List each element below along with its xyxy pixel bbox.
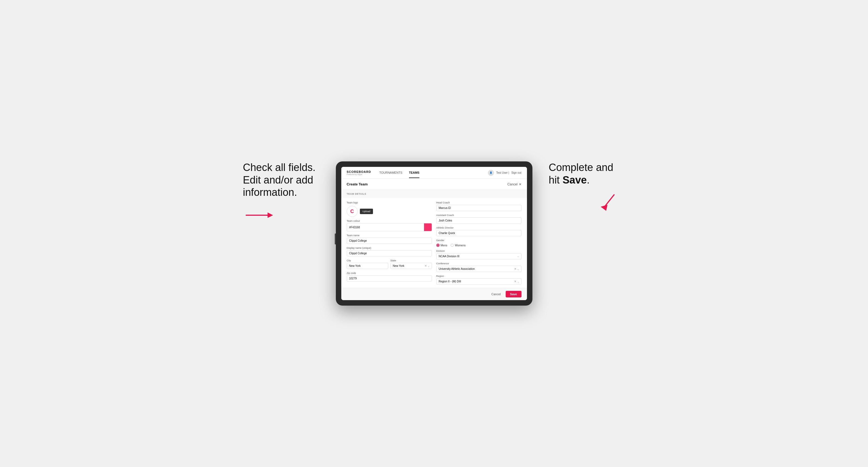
instruction-text-end: . [587, 174, 590, 186]
svg-marker-3 [601, 205, 608, 211]
team-colour-group: Team colour [347, 220, 432, 231]
team-colour-label: Team colour [347, 220, 432, 222]
nav-logo-sub: Powered by clippd [347, 174, 371, 175]
tablet-side-button [335, 234, 336, 244]
form-left-column: Team logo C Upload Team colour [347, 201, 432, 285]
radio-mens-icon [436, 244, 440, 247]
navbar: SCOREBOARD Powered by clippd TOURNAMENTS… [341, 167, 527, 179]
head-coach-input[interactable] [436, 205, 522, 211]
division-label: Division [436, 250, 522, 252]
avatar: 👤 [488, 170, 494, 176]
state-clear-icon[interactable]: ✕ [425, 264, 427, 268]
head-coach-label: Head Coach [436, 201, 522, 204]
nav-link-tournaments[interactable]: TOURNAMENTS [379, 168, 402, 178]
assistant-coach-group: Assistant Coach [436, 214, 522, 224]
instruction-text-bold: Save [562, 174, 587, 186]
user-label: Test User | [496, 171, 509, 174]
tablet-screen: SCOREBOARD Powered by clippd TOURNAMENTS… [341, 167, 527, 300]
nav-right: 👤 Test User | Sign out [488, 170, 521, 176]
state-arrow-icon: ⌄ [428, 265, 430, 268]
division-value: NCAA Division III [439, 255, 460, 258]
color-input-wrapper [347, 223, 432, 231]
instruction-text-left: Check all fields. Edit and/or add inform… [243, 161, 319, 199]
city-state-row: City State New York ✕ ⌄ [347, 259, 432, 269]
section-header: TEAM DETAILS [341, 190, 527, 198]
division-group: Division NCAA Division III ⌄ [436, 250, 522, 259]
zip-input[interactable] [347, 275, 432, 282]
assistant-coach-label: Assistant Coach [436, 214, 522, 217]
logo-circle: C [347, 206, 358, 217]
instruction-text-right: Complete and hit Save. [549, 161, 625, 186]
division-arrow-icon: ⌄ [517, 255, 519, 257]
gender-womens[interactable]: Womens [451, 244, 466, 247]
gender-group: Gender Mens Womens [436, 239, 522, 247]
instruction-left: Check all fields. Edit and/or add inform… [243, 161, 319, 223]
logo-letter: C [350, 209, 354, 214]
instruction-right: Complete and hit Save. [549, 161, 625, 214]
athletic-director-group: Athletic Director [436, 226, 522, 236]
state-select[interactable]: New York ✕ ⌄ [391, 263, 432, 269]
gender-mens[interactable]: Mens [436, 244, 447, 247]
team-name-label: Team name [347, 234, 432, 237]
display-name-group: Display name (unique) [347, 247, 432, 256]
color-swatch[interactable] [424, 223, 432, 231]
nav-logo-title: SCOREBOARD [347, 170, 371, 174]
city-group: City [347, 259, 388, 269]
athletic-director-input[interactable] [436, 230, 522, 236]
team-name-input[interactable] [347, 238, 432, 244]
team-logo-group: Team logo C Upload [347, 201, 432, 217]
form-cancel-button[interactable]: Cancel ✕ [507, 182, 521, 186]
save-button[interactable]: Save [506, 291, 522, 298]
form-footer: Cancel Save [341, 288, 527, 300]
region-value: Region II - (M) DIII [439, 280, 461, 283]
form-right-column: Head Coach Assistant Coach Athletic Dire… [436, 201, 522, 285]
nav-logo: SCOREBOARD Powered by clippd [347, 170, 371, 175]
team-logo-label: Team logo [347, 201, 432, 204]
conference-select[interactable]: University Athletic Association ✕ ⌄ [436, 266, 522, 272]
close-icon: ✕ [519, 182, 522, 186]
display-name-input[interactable] [347, 250, 432, 256]
conference-clear-icon[interactable]: ✕ [514, 268, 516, 270]
form-body: Team logo C Upload Team colour [341, 198, 527, 288]
gender-label: Gender [436, 239, 522, 242]
color-text-input[interactable] [347, 224, 424, 230]
region-clear-icon[interactable]: ✕ [514, 280, 516, 283]
state-group: State New York ✕ ⌄ [391, 259, 432, 269]
gender-womens-label: Womens [455, 244, 466, 247]
gender-mens-label: Mens [441, 244, 447, 247]
head-coach-group: Head Coach [436, 201, 522, 211]
conference-value: University Athletic Association [439, 268, 475, 270]
conference-label: Conference [436, 262, 522, 265]
sign-out-link[interactable]: Sign out [512, 171, 522, 174]
city-state-group: City State New York ✕ ⌄ [347, 259, 432, 269]
region-select[interactable]: Region II - (M) DIII ✕ ⌄ [436, 278, 522, 285]
division-select[interactable]: NCAA Division III ⌄ [436, 253, 522, 259]
nav-link-teams[interactable]: TEAMS [409, 168, 420, 178]
conference-arrow-icon: ⌄ [517, 268, 519, 270]
cancel-button[interactable]: Cancel [489, 291, 503, 298]
city-input[interactable] [347, 263, 388, 269]
tablet-frame: SCOREBOARD Powered by clippd TOURNAMENTS… [336, 161, 532, 306]
gender-options: Mens Womens [436, 244, 522, 247]
conference-group: Conference University Athletic Associati… [436, 262, 522, 272]
state-value: New York [393, 264, 404, 268]
form-header: Create Team Cancel ✕ [341, 179, 527, 190]
assistant-coach-input[interactable] [436, 217, 522, 224]
state-label: State [391, 259, 432, 262]
region-label: Region [436, 275, 522, 277]
radio-womens-icon [451, 244, 454, 247]
city-label: City [347, 259, 388, 262]
zip-code-group: Zip code [347, 272, 432, 282]
arrow-left-icon [243, 207, 276, 223]
region-group: Region Region II - (M) DIII ✕ ⌄ [436, 275, 522, 285]
team-name-group: Team name [347, 234, 432, 244]
zip-label: Zip code [347, 272, 432, 275]
arrow-right-icon [598, 192, 625, 214]
svg-marker-1 [268, 213, 273, 218]
athletic-director-label: Athletic Director [436, 226, 522, 229]
display-name-label: Display name (unique) [347, 247, 432, 249]
logo-upload-area: C Upload [347, 206, 432, 217]
nav-links: TOURNAMENTS TEAMS [379, 168, 488, 178]
region-arrow-icon: ⌄ [517, 280, 519, 283]
upload-button[interactable]: Upload [360, 209, 373, 214]
